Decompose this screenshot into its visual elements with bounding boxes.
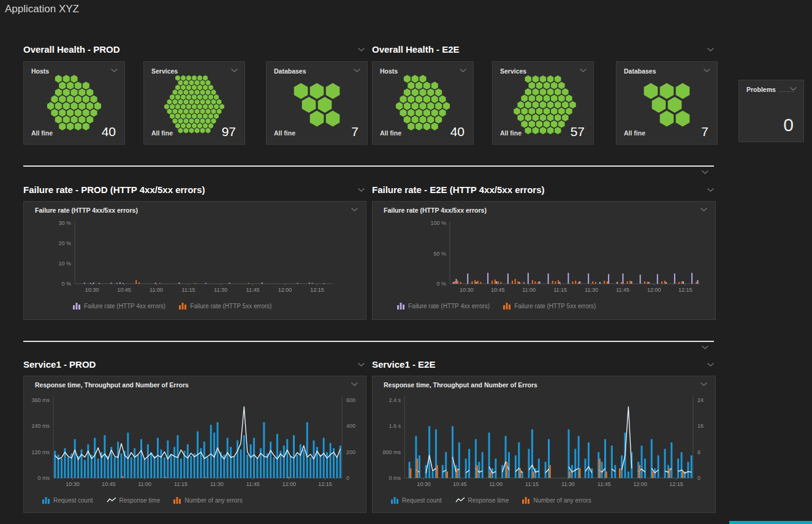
legend-item-response-time[interactable]: Response time bbox=[455, 497, 509, 504]
bar-series-icon bbox=[73, 302, 81, 309]
legend-item-response-time[interactable]: Response time bbox=[107, 497, 161, 504]
tile-hosts-prod[interactable]: Hosts All fine 40 bbox=[23, 61, 125, 145]
tile-services-e2e[interactable]: Services All fine 57 bbox=[492, 61, 594, 145]
section-title: Overall Health - PROD bbox=[23, 44, 120, 55]
legend-label: Request count bbox=[402, 497, 442, 504]
bar-series-icon bbox=[522, 496, 530, 504]
svg-text:0 %: 0 % bbox=[61, 281, 71, 287]
failure-rate-e2e-chart[interactable]: 0 %50 %100 %10:3010:4511:0011:1511:3011:… bbox=[373, 216, 716, 305]
chart-legend: Failure rate (HTTP 4xx errors)Failure ra… bbox=[73, 302, 271, 309]
svg-text:360 ms: 360 ms bbox=[31, 397, 50, 403]
chart-panel-failure-prod: Failure rate (HTTP 4xx/5xx errors) 0 %10… bbox=[23, 201, 366, 320]
section-header-service-prod: Service1 - PROD bbox=[23, 359, 366, 371]
svg-text:20 %: 20 % bbox=[58, 240, 71, 246]
chevron-down-icon[interactable] bbox=[703, 68, 711, 73]
chevron-down-icon[interactable] bbox=[700, 207, 708, 212]
tile-databases-e2e[interactable]: Databases All fine 7 bbox=[616, 61, 718, 145]
tile-count: 40 bbox=[450, 124, 465, 139]
legend-item-failure-rate-http-5xx-errors-[interactable]: Failure rate (HTTP 5xx errors) bbox=[179, 302, 271, 309]
service-e2e-chart[interactable]: 0 ms800 ms1.6 s2.4 s08162410:3010:4511:0… bbox=[373, 391, 716, 493]
svg-text:24: 24 bbox=[697, 397, 704, 403]
chevron-down-icon[interactable] bbox=[110, 68, 118, 73]
svg-text:200: 200 bbox=[346, 449, 355, 455]
bar-series-icon bbox=[173, 496, 181, 504]
svg-text:12:15: 12:15 bbox=[318, 481, 332, 487]
chevron-down-icon[interactable] bbox=[230, 68, 238, 73]
svg-text:10 %: 10 % bbox=[58, 260, 71, 267]
tile-databases-prod[interactable]: Databases All fine 7 bbox=[266, 61, 368, 145]
svg-text:11:45: 11:45 bbox=[598, 481, 611, 487]
honeycomb-svg bbox=[621, 74, 713, 135]
tile-problems[interactable]: Problems 0 bbox=[738, 80, 804, 142]
svg-text:400: 400 bbox=[346, 423, 355, 429]
chevron-down-icon[interactable] bbox=[357, 188, 365, 192]
chevron-down-icon[interactable] bbox=[700, 382, 708, 387]
tile-status: All fine bbox=[380, 129, 401, 137]
svg-text:12:15: 12:15 bbox=[678, 287, 692, 293]
problems-sparkline-placeholder bbox=[778, 91, 794, 92]
tile-count: 7 bbox=[701, 124, 708, 139]
section-title: Service1 - PROD bbox=[23, 359, 96, 370]
svg-text:11:45: 11:45 bbox=[246, 481, 260, 487]
legend-item-request-count[interactable]: Request count bbox=[42, 496, 93, 504]
chevron-down-icon[interactable] bbox=[701, 170, 709, 175]
failure-rate-prod-chart[interactable]: 0 %10 %20 %30 %10:3010:4511:0011:1511:30… bbox=[25, 216, 366, 305]
section-divider bbox=[23, 341, 714, 342]
svg-text:0 %: 0 % bbox=[436, 281, 446, 287]
svg-text:0: 0 bbox=[697, 475, 700, 481]
chevron-down-icon[interactable] bbox=[707, 362, 715, 367]
svg-text:100 %: 100 % bbox=[430, 220, 446, 226]
chevron-down-icon[interactable] bbox=[351, 382, 359, 387]
legend-label: Request count bbox=[53, 497, 93, 504]
dashboard-title: Application XYZ bbox=[5, 3, 79, 15]
chevron-down-icon[interactable] bbox=[707, 188, 715, 192]
chart-title: Response time, Throughput and Number of … bbox=[384, 381, 537, 389]
tile-hosts-e2e[interactable]: Hosts All fine 40 bbox=[372, 61, 474, 145]
tile-status: All fine bbox=[624, 129, 645, 137]
legend-item-failure-rate-http-4xx-errors-[interactable]: Failure rate (HTTP 4xx errors) bbox=[73, 302, 165, 309]
bar-series-icon bbox=[503, 302, 511, 309]
svg-text:11:45: 11:45 bbox=[616, 287, 629, 293]
service-prod-chart[interactable]: 0 ms120 ms240 ms360 ms020040060010:3010:… bbox=[25, 391, 366, 493]
chevron-down-icon[interactable] bbox=[707, 47, 715, 52]
chart-panel-service-e2e: Response time, Throughput and Number of … bbox=[372, 376, 716, 513]
section-header-failure-prod: Failure rate - PROD (HTTP 4xx/5xx errors… bbox=[23, 184, 366, 197]
svg-text:0: 0 bbox=[346, 475, 349, 481]
legend-item-request-count[interactable]: Request count bbox=[391, 496, 442, 504]
legend-item-number-of-any-errors[interactable]: Number of any errors bbox=[522, 496, 591, 504]
section-title: Failure rate - PROD (HTTP 4xx/5xx errors… bbox=[23, 184, 205, 195]
chevron-down-icon[interactable] bbox=[701, 345, 709, 350]
tile-count: 57 bbox=[571, 124, 585, 139]
chart-title: Failure rate (HTTP 4xx/5xx errors) bbox=[384, 207, 487, 214]
svg-text:600: 600 bbox=[346, 397, 355, 403]
legend-item-failure-rate-http-5xx-errors-[interactable]: Failure rate (HTTP 5xx errors) bbox=[503, 302, 596, 309]
svg-text:10:45: 10:45 bbox=[117, 287, 131, 293]
legend-item-failure-rate-http-4xx-errors-[interactable]: Failure rate (HTTP 4xx errors) bbox=[397, 302, 490, 309]
section-title: Overall Health - E2E bbox=[372, 44, 460, 55]
section-title: Service1 - E2E bbox=[372, 359, 435, 370]
chevron-down-icon[interactable] bbox=[789, 86, 797, 91]
chevron-down-icon[interactable] bbox=[357, 362, 365, 367]
svg-text:12:00: 12:00 bbox=[633, 481, 647, 487]
chevron-down-icon[interactable] bbox=[357, 47, 365, 52]
chevron-down-icon[interactable] bbox=[459, 68, 467, 73]
tile-services-prod[interactable]: Services All fine 97 bbox=[143, 61, 245, 145]
section-header-health-prod: Overall Health - PROD bbox=[23, 44, 366, 56]
legend-label: Failure rate (HTTP 4xx errors) bbox=[84, 303, 165, 309]
svg-text:16: 16 bbox=[697, 423, 704, 429]
svg-text:11:00: 11:00 bbox=[138, 481, 151, 487]
chevron-down-icon[interactable] bbox=[351, 207, 359, 212]
svg-text:1.6 s: 1.6 s bbox=[389, 423, 401, 429]
chevron-down-icon[interactable] bbox=[353, 68, 361, 73]
svg-text:10:30: 10:30 bbox=[85, 287, 99, 293]
legend-label: Failure rate (HTTP 5xx errors) bbox=[190, 303, 271, 309]
chevron-down-icon[interactable] bbox=[579, 68, 587, 73]
legend-item-number-of-any-errors[interactable]: Number of any errors bbox=[173, 496, 242, 504]
svg-text:11:00: 11:00 bbox=[489, 481, 503, 487]
svg-text:11:30: 11:30 bbox=[585, 287, 598, 293]
tile-status: All fine bbox=[31, 129, 53, 137]
svg-text:11:00: 11:00 bbox=[150, 287, 163, 293]
legend-label: Number of any errors bbox=[533, 497, 591, 504]
bar-series-icon bbox=[42, 496, 50, 504]
svg-text:11:30: 11:30 bbox=[210, 481, 224, 487]
